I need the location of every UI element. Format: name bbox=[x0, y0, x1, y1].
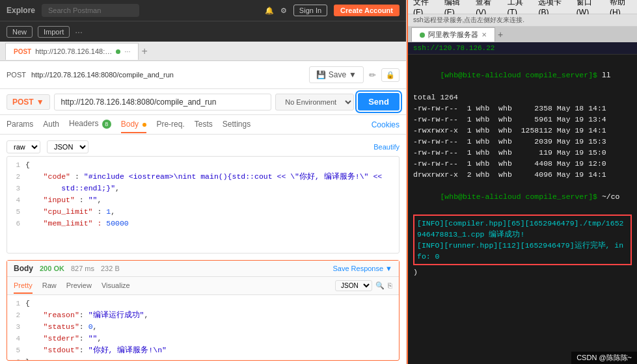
request-body-editor[interactable]: 1 { 2 "code" : "#include <iostream>\nint… bbox=[7, 156, 400, 254]
request-subtabs: Params Auth Headers 8 Body Pre-req. Test… bbox=[0, 115, 406, 135]
copy-icon[interactable]: ⎘ bbox=[388, 281, 392, 290]
tab-url-short: http://120.78.126.148:… bbox=[35, 47, 112, 55]
watermark-text: CSDN @陈陈陈~ bbox=[576, 354, 632, 361]
send-button[interactable]: Send bbox=[358, 93, 400, 110]
edit-icon[interactable]: ✏ bbox=[369, 70, 376, 80]
signin-button[interactable]: Sign In bbox=[293, 5, 327, 16]
beautify-button[interactable]: Beautify bbox=[373, 143, 400, 151]
url-method-label: POST bbox=[7, 71, 26, 79]
resp-line: 5 "stdout": "你好, 编译服务!\n" bbox=[7, 344, 399, 356]
settings-icon: ⚙ bbox=[280, 6, 287, 15]
code-line: 2 "code" : "#include <iostream>\nint mai… bbox=[7, 171, 399, 183]
response-section: Body 200 OK 827 ms 232 B Save Response ▼… bbox=[7, 260, 400, 361]
resp-tab-visualize[interactable]: Visualize bbox=[102, 278, 130, 294]
body-format-bar: raw JSON Beautify bbox=[7, 138, 400, 156]
import-button[interactable]: Import bbox=[38, 26, 70, 38]
create-account-button[interactable]: Create Account bbox=[334, 5, 400, 16]
status-dot bbox=[116, 49, 120, 54]
terminal-info-box: [INFO][compiler.hpp][65][1652946479]./tm… bbox=[413, 214, 632, 265]
status-code: 200 OK bbox=[40, 265, 64, 272]
subtab-tests[interactable]: Tests bbox=[195, 116, 213, 133]
code-line: 4 "input" : "", bbox=[7, 194, 399, 206]
url-display: http://120.78.126.148:8080/compile_and_r… bbox=[31, 71, 304, 79]
search-input[interactable] bbox=[42, 4, 139, 17]
tab-close-icon[interactable]: ✕ bbox=[481, 31, 487, 38]
save-response-button[interactable]: Save Response ▼ bbox=[332, 265, 392, 272]
response-tabs: Pretty Raw Preview Visualize JSON 🔍 ⎘ bbox=[7, 277, 399, 295]
subtab-headers[interactable]: Headers 8 bbox=[69, 116, 111, 133]
resp-format-select[interactable]: JSON bbox=[335, 280, 372, 291]
add-terminal-tab[interactable]: + bbox=[498, 29, 503, 40]
term-file-6: -rw-rw-r-- 1 whb whb 4408 May 19 12:0 bbox=[413, 158, 632, 169]
code-line: 1 { bbox=[7, 159, 399, 171]
ssh-hint-text: ssh远程登录服务,点击左侧好友来连接. bbox=[413, 16, 524, 23]
connection-label: ssh://120.78.126.22 bbox=[413, 44, 495, 52]
term-info-run: [INFO][runner.hpp][112][1652946479]运行完毕,… bbox=[417, 240, 628, 262]
resp-line: 1 { bbox=[7, 298, 399, 309]
term-output-total: total 1264 bbox=[413, 92, 632, 103]
more-options[interactable]: ··· bbox=[75, 27, 83, 37]
bell-icon: 🔔 bbox=[265, 6, 274, 15]
postman-panel: Explore 🔔 ⚙ Sign In Create Account New I… bbox=[0, 0, 407, 364]
subtab-body[interactable]: Body bbox=[121, 116, 147, 133]
request-tab-bar: POST http://120.78.126.148:… ··· + bbox=[0, 42, 406, 61]
term-file-2: -rw-rw-r-- 1 whb whb 5961 May 19 13:4 bbox=[413, 114, 632, 125]
add-tab-button[interactable]: + bbox=[141, 46, 147, 57]
new-button[interactable]: New bbox=[7, 26, 33, 38]
save-chevron: ▼ bbox=[349, 70, 357, 79]
nav-tabs-bar: New Import ··· bbox=[0, 21, 406, 42]
url-display-bar: POST http://120.78.126.148:8080/compile_… bbox=[0, 61, 406, 89]
term-info-compile: [INFO][compiler.hpp][65][1652946479]./tm… bbox=[417, 218, 628, 240]
environment-select[interactable]: No Environment bbox=[275, 94, 354, 110]
resp-tab-preview[interactable]: Preview bbox=[66, 278, 92, 294]
subtab-params[interactable]: Params bbox=[7, 116, 33, 133]
resp-format-bar: JSON 🔍 ⎘ bbox=[335, 280, 392, 291]
code-line: 3 std::endl;}", bbox=[7, 183, 399, 194]
response-size: 232 B bbox=[101, 265, 120, 272]
terminal-menubar: 文件(F) 编辑(E) 查看(V) 工具(T) 选项卡(B) 窗口(W) 帮助(… bbox=[408, 0, 637, 14]
response-time: 827 ms bbox=[71, 265, 94, 272]
cookies-link[interactable]: Cookies bbox=[372, 120, 400, 129]
subtab-settings[interactable]: Settings bbox=[223, 116, 251, 133]
watermark: CSDN @陈陈陈~ bbox=[571, 352, 637, 364]
method-badge: POST bbox=[14, 48, 31, 55]
method-chevron: ▼ bbox=[36, 98, 44, 107]
term-prompt-line: [whb@bite-alicloud compile_server]$ ll bbox=[413, 58, 632, 92]
resp-tab-pretty[interactable]: Pretty bbox=[14, 278, 33, 294]
save-response-label: Save Response bbox=[332, 265, 383, 272]
code-line: 5 "cpu_limit" : 1, bbox=[7, 206, 399, 218]
terminal-panel: 文件(F) 编辑(E) 查看(V) 工具(T) 选项卡(B) 窗口(W) 帮助(… bbox=[407, 0, 637, 364]
method-select[interactable]: POST ▼ bbox=[7, 94, 50, 110]
search-icon[interactable]: 🔍 bbox=[375, 281, 385, 290]
terminal-body[interactable]: [whb@bite-alicloud compile_server]$ ll t… bbox=[408, 55, 637, 364]
subtab-prereq[interactable]: Pre-req. bbox=[156, 116, 184, 133]
tab-status-dot bbox=[420, 32, 425, 38]
subtab-auth[interactable]: Auth bbox=[43, 116, 59, 133]
tab-more[interactable]: ··· bbox=[124, 47, 130, 55]
term-file-5: -rw-rw-r-- 1 whb whb 119 May 19 15:0 bbox=[413, 147, 632, 158]
ssh-hint-bar: ssh远程登录服务,点击左侧好友来连接. bbox=[408, 14, 637, 27]
env-indicator: 🔒 bbox=[381, 68, 400, 82]
topbar-icons: 🔔 ⚙ Sign In Create Account bbox=[265, 5, 400, 16]
body-editor: raw JSON Beautify 1 { 2 "code" : "#inclu… bbox=[0, 135, 406, 257]
term-prompt-line-2: [whb@bite-alicloud compile_server]$ ~/co bbox=[413, 180, 632, 213]
method-value: POST bbox=[12, 98, 34, 107]
url-input[interactable] bbox=[54, 94, 272, 110]
request-bar: POST ▼ No Environment Send bbox=[0, 89, 406, 115]
term-file-7: drwxrwxr-x 2 whb whb 4096 May 19 14:1 bbox=[413, 169, 632, 180]
term-file-4: -rw-rw-r-- 1 whb whb 2039 May 19 15:3 bbox=[413, 136, 632, 147]
terminal-tab-alicloud[interactable]: 阿里教学服务器 ✕ bbox=[411, 27, 495, 42]
save-response-chevron: ▼ bbox=[385, 265, 392, 272]
request-tab[interactable]: POST http://120.78.126.148:… ··· bbox=[5, 43, 139, 60]
resp-line: 4 "stderr": "", bbox=[7, 333, 399, 344]
resp-line: 6 } bbox=[7, 356, 399, 360]
resp-action-icons: 🔍 ⎘ bbox=[375, 281, 392, 290]
term-file-1: -rw-rw-r-- 1 whb whb 2358 May 18 14:1 bbox=[413, 103, 632, 114]
response-label: Body bbox=[14, 264, 33, 273]
save-button[interactable]: 💾 Save ▼ bbox=[309, 66, 364, 83]
explore-label: Explore bbox=[7, 6, 35, 15]
save-icon: 💾 bbox=[316, 70, 326, 79]
body-type-select[interactable]: raw bbox=[7, 140, 40, 153]
resp-tab-raw[interactable]: Raw bbox=[42, 278, 57, 294]
body-lang-select[interactable]: JSON bbox=[47, 140, 88, 153]
